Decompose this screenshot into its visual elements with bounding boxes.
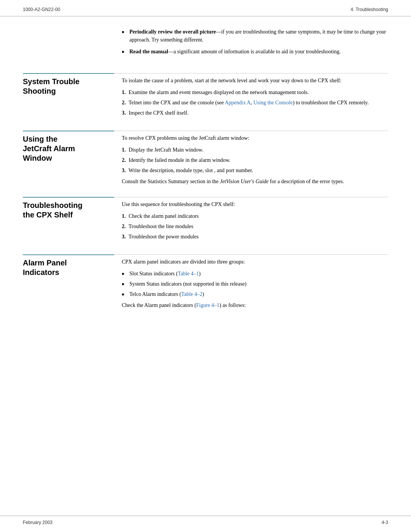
section-content-2: To resolve CPX problems using the JetCra… bbox=[114, 131, 388, 185]
intro-section: Periodically review the overall picture—… bbox=[23, 28, 388, 59]
section-intro-3: Use this sequence for troubleshooting th… bbox=[122, 200, 388, 208]
section-jetcraft-alarm-window: Using the JetCraft Alarm Window To resol… bbox=[23, 131, 388, 185]
footer-page-number: 4-3 bbox=[382, 520, 388, 525]
intro-bullets: Periodically review the overall picture—… bbox=[114, 28, 388, 59]
intro-bullet-2-bold: Read the manual bbox=[129, 49, 168, 54]
alarm-bullet-2: System Status indicators (not supported … bbox=[122, 280, 388, 288]
figure-4-1-link[interactable]: Figure 4–1 bbox=[196, 302, 220, 308]
table-4-2-link[interactable]: Table 4–2 bbox=[181, 291, 202, 297]
page-header: 1000-A2-GN22-00 4. Troubleshooting bbox=[0, 0, 411, 16]
section-intro-4: CPX alarm panel indicators are divided i… bbox=[122, 258, 388, 266]
intro-bullet-1: Periodically review the overall picture—… bbox=[122, 28, 388, 44]
appendix-a-link[interactable]: Appendix A bbox=[225, 100, 251, 105]
using-console-link[interactable]: Using the Console bbox=[253, 100, 293, 105]
intro-bullet-list: Periodically review the overall picture—… bbox=[122, 28, 388, 56]
steps-list-2: 1. Display the JetCraft Main window. 2. … bbox=[122, 146, 388, 174]
header-doc-number: 1000-A2-GN22-00 bbox=[23, 7, 60, 12]
section-intro-2: To resolve CPX problems using the JetCra… bbox=[122, 134, 388, 142]
alarm-panel-check-note: Check the Alarm panel indicators (Figure… bbox=[122, 301, 388, 309]
step-2-1: 1. Display the JetCraft Main window. bbox=[122, 146, 388, 154]
step-2-2: 2. Identify the failed module in the ala… bbox=[122, 156, 388, 164]
section-heading-col-4: Alarm Panel Indicators bbox=[23, 254, 114, 309]
steps-list-3: 1. Check the alarm panel indicators 2. T… bbox=[122, 212, 388, 241]
steps-list-1: 1. Examine the alarm and event messages … bbox=[122, 88, 388, 117]
section-heading-alarm-panel: Alarm Panel Indicators bbox=[23, 258, 107, 277]
section-content-3: Use this sequence for troubleshooting th… bbox=[114, 197, 388, 243]
alarm-bullet-3: Telco Alarm indicators (Table 4–2) bbox=[122, 290, 388, 298]
step-3-2: 2. Troubleshoot the line modules bbox=[122, 222, 388, 230]
step-1-1: 1. Examine the alarm and event messages … bbox=[122, 88, 388, 96]
intro-left-spacer bbox=[23, 28, 114, 59]
step-1-2: 2. Telnet into the CPX and use the conso… bbox=[122, 99, 388, 107]
section-heading-cpx: Troubleshooting the CPX Shelf bbox=[23, 201, 107, 220]
section-heading-col-3: Troubleshooting the CPX Shelf bbox=[23, 197, 114, 243]
alarm-bullets: Slot Status indicators (Table 4–1) Syste… bbox=[122, 270, 388, 298]
step-2-3: 3. Write the description, module type, s… bbox=[122, 166, 388, 174]
section-troubleshooting-cpx: Troubleshooting the CPX Shelf Use this s… bbox=[23, 197, 388, 243]
step-3-1: 1. Check the alarm panel indicators bbox=[122, 212, 388, 220]
section-content-4: CPX alarm panel indicators are divided i… bbox=[114, 254, 388, 309]
step-3-3: 3. Troubleshoot the power modules bbox=[122, 233, 388, 241]
intro-bullet-2: Read the manual—a significant amount of … bbox=[122, 48, 388, 56]
page: 1000-A2-GN22-00 4. Troubleshooting Perio… bbox=[0, 0, 411, 532]
section-intro-1: To isolate the cause of a problem, start… bbox=[122, 77, 388, 85]
table-4-1-link[interactable]: Table 4–1 bbox=[178, 271, 199, 276]
section-alarm-panel-indicators: Alarm Panel Indicators CPX alarm panel i… bbox=[23, 254, 388, 309]
section-heading-jetcraft: Using the JetCraft Alarm Window bbox=[23, 134, 107, 163]
intro-bullet-1-bold: Periodically review the overall picture bbox=[129, 29, 216, 35]
header-chapter-title: 4. Troubleshooting bbox=[350, 7, 388, 12]
section-content-1: To isolate the cause of a problem, start… bbox=[114, 73, 388, 119]
page-content: Periodically review the overall picture—… bbox=[0, 16, 411, 516]
footer-date: February 2003 bbox=[23, 520, 53, 525]
section-heading-col-2: Using the JetCraft Alarm Window bbox=[23, 131, 114, 185]
section-heading-system-trouble-shooting: System Trouble Shooting bbox=[23, 77, 107, 96]
section-heading-col-1: System Trouble Shooting bbox=[23, 73, 114, 119]
jetvision-guide-italic: JetVision User's Guide bbox=[220, 179, 269, 184]
section-system-trouble-shooting: System Trouble Shooting To isolate the c… bbox=[23, 73, 388, 119]
alarm-bullet-1: Slot Status indicators (Table 4–1) bbox=[122, 270, 388, 278]
jetvision-note: Consult the Statistics Summary section i… bbox=[122, 177, 388, 185]
page-footer: February 2003 4-3 bbox=[0, 516, 411, 532]
step-1-3: 3. Inspect the CPX shelf itself. bbox=[122, 109, 388, 117]
